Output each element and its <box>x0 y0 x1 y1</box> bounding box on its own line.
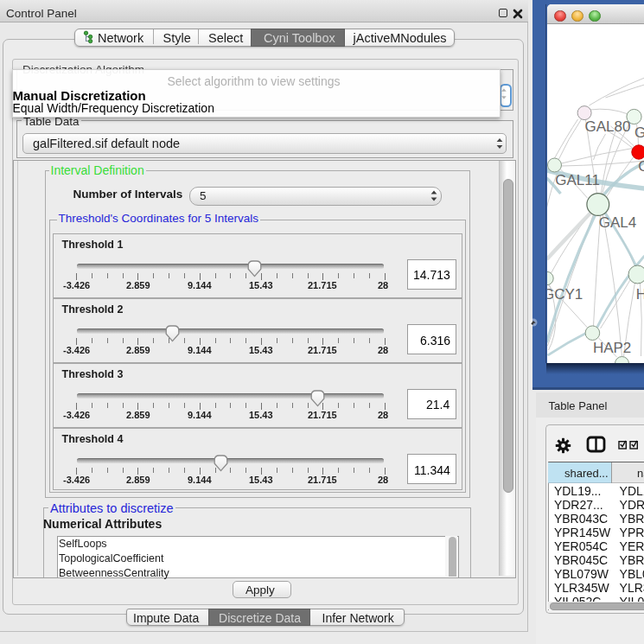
svg-text:GAL80: GAL80 <box>584 118 630 135</box>
svg-text:GAL11: GAL11 <box>555 172 600 188</box>
svg-text:GCY1: GCY1 <box>547 286 583 303</box>
svg-text:HAP2: HAP2 <box>592 340 630 356</box>
svg-text:C: C <box>638 158 644 175</box>
svg-text:GAL4: GAL4 <box>598 214 635 231</box>
svg-text:GA: GA <box>634 124 644 141</box>
svg-text:H: H <box>635 286 644 303</box>
